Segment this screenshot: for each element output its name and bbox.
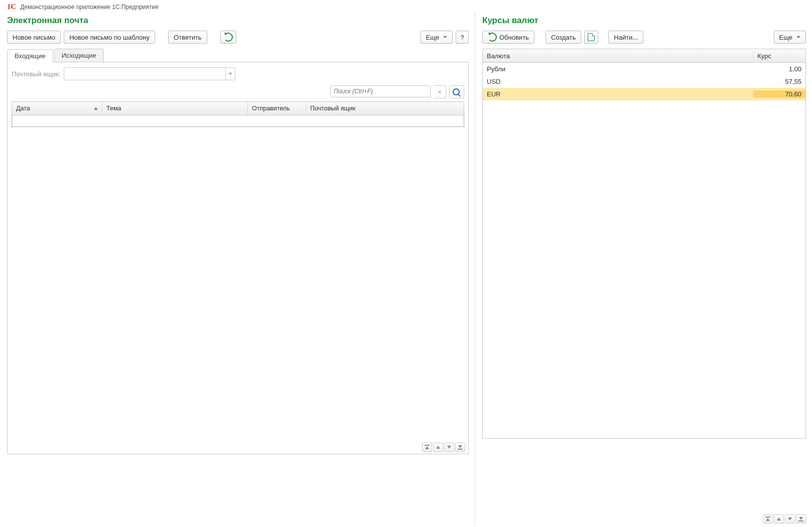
column-sender-label: Отправитель — [252, 105, 290, 112]
table-row[interactable]: Рубли 1,00 — [483, 63, 805, 75]
rates-copy-button[interactable] — [584, 31, 598, 44]
arrow-bottom-icon — [798, 516, 803, 521]
mailbox-label: Почтовый ящик: — [12, 70, 61, 78]
main-layout: Электронная почта Новое письмо Новое пис… — [0, 14, 812, 525]
help-button[interactable]: ? — [456, 31, 469, 44]
sort-asc-icon — [94, 107, 98, 110]
rates-table-body: Рубли 1,00 USD 57,55 EUR 70,60 — [482, 63, 806, 439]
column-mailbox[interactable]: Почтовый ящик — [306, 102, 464, 115]
email-tabs: Входящие Исходящие — [7, 49, 469, 62]
arrow-down-icon — [447, 446, 451, 449]
email-search-row: × — [12, 85, 464, 98]
table-row[interactable]: USD 57,55 — [483, 75, 805, 88]
mailbox-filter-row: Почтовый ящик: — [12, 67, 464, 80]
cell-currency: EUR — [483, 90, 753, 98]
mailbox-select-dropdown[interactable] — [225, 68, 235, 80]
email-more-label: Еще — [426, 34, 439, 41]
search-clear-button[interactable]: × — [434, 85, 446, 98]
search-input[interactable] — [330, 85, 431, 97]
logo-1c-icon: 1C — [7, 3, 16, 11]
mailbox-select[interactable] — [64, 67, 235, 80]
chevron-down-icon — [796, 36, 800, 38]
cell-currency: Рубли — [483, 65, 753, 73]
rates-toolbar: Обновить Создать Найти... Еще — [482, 31, 806, 44]
scroll-top-button[interactable] — [763, 514, 773, 523]
email-table-empty-row[interactable] — [12, 115, 464, 127]
new-from-template-button[interactable]: Новое письмо по шаблону — [64, 31, 155, 44]
column-date-label: Дата — [16, 105, 30, 112]
rates-find-button[interactable]: Найти... — [608, 31, 643, 44]
rates-create-button[interactable]: Создать — [546, 31, 581, 44]
refresh-icon — [224, 33, 233, 42]
rates-refresh-label: Обновить — [499, 34, 529, 41]
magnify-icon — [453, 88, 460, 95]
cell-rate: 1,00 — [753, 65, 805, 73]
tab-inbox[interactable]: Входящие — [7, 49, 53, 62]
rates-more-label: Еще — [779, 34, 792, 41]
scroll-up-button[interactable] — [774, 514, 784, 523]
app-title: Демонстрационное приложение 1С:Предприят… — [20, 4, 159, 11]
rates-section-title: Курсы валют — [482, 16, 806, 26]
tab-outbox[interactable]: Исходящие — [54, 49, 104, 62]
arrow-top-icon — [425, 445, 430, 450]
arrow-up-icon — [436, 446, 440, 449]
email-list-controls — [422, 443, 465, 452]
new-message-button[interactable]: Новое письмо — [7, 31, 61, 44]
email-panel: Электронная почта Новое письмо Новое пис… — [0, 14, 475, 525]
column-subject-label: Тема — [106, 105, 121, 112]
scroll-up-button[interactable] — [433, 443, 443, 452]
cell-rate: 70,60 — [753, 90, 805, 98]
scroll-bottom-button[interactable] — [796, 514, 806, 523]
cell-rate: 57,55 — [753, 78, 805, 85]
chevron-down-icon — [443, 36, 447, 38]
column-subject[interactable]: Тема — [102, 102, 248, 115]
email-table-header: Дата Тема Отправитель Почтовый ящик — [12, 101, 464, 115]
mailbox-select-value — [64, 68, 225, 80]
arrow-top-icon — [765, 516, 770, 521]
document-icon — [588, 33, 595, 41]
chevron-down-icon — [229, 73, 232, 75]
email-toolbar: Новое письмо Новое письмо по шаблону Отв… — [7, 31, 469, 44]
app-header: 1C Демонстрационное приложение 1С:Предпр… — [0, 0, 812, 14]
rates-table-header: Валюта Курс — [482, 49, 806, 63]
scroll-bottom-button[interactable] — [455, 443, 465, 452]
column-sender[interactable]: Отправитель — [248, 102, 306, 115]
scroll-down-button[interactable] — [444, 443, 454, 452]
refresh-button[interactable] — [220, 31, 236, 44]
table-row[interactable]: EUR 70,60 — [483, 88, 805, 100]
column-date[interactable]: Дата — [12, 102, 102, 115]
arrow-bottom-icon — [458, 445, 463, 450]
column-mailbox-label: Почтовый ящик — [310, 105, 355, 112]
arrow-down-icon — [788, 517, 792, 520]
refresh-icon — [488, 33, 497, 42]
scroll-down-button[interactable] — [785, 514, 795, 523]
reply-button[interactable]: Ответить — [168, 31, 207, 44]
arrow-up-icon — [777, 517, 781, 520]
scroll-top-button[interactable] — [422, 443, 432, 452]
column-currency[interactable]: Валюта — [483, 52, 753, 60]
column-rate[interactable]: Курс — [753, 52, 805, 60]
email-tab-content: Почтовый ящик: × Дата — [7, 62, 469, 454]
search-dropdown-button[interactable] — [449, 85, 464, 98]
rates-panel: Курсы валют Обновить Создать Найти... Ещ… — [475, 14, 812, 525]
rates-refresh-button[interactable]: Обновить — [482, 31, 534, 44]
cell-currency: USD — [483, 78, 753, 85]
rates-list-controls — [763, 514, 806, 523]
rates-more-button[interactable]: Еще — [774, 31, 806, 44]
email-section-title: Электронная почта — [7, 16, 469, 26]
email-more-button[interactable]: Еще — [421, 31, 453, 44]
